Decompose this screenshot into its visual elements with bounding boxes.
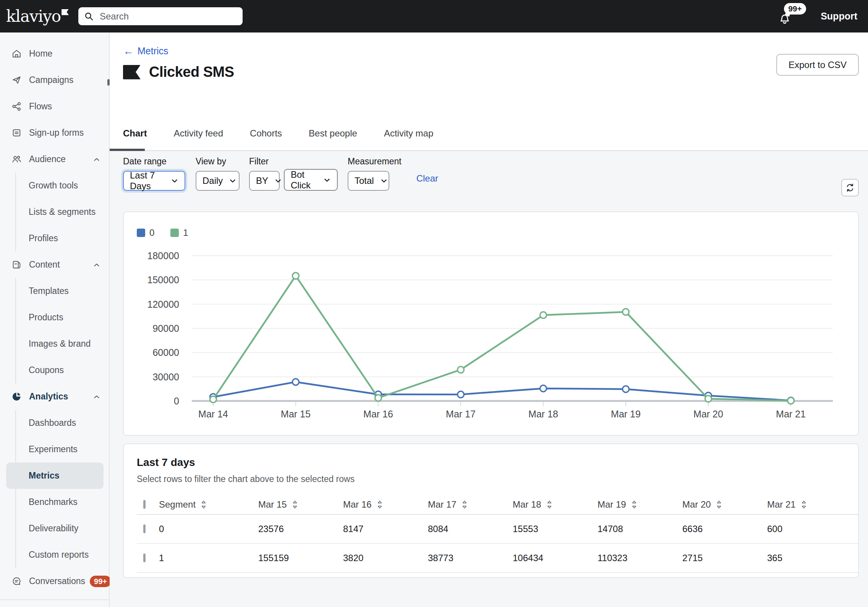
back-to-metrics-link[interactable]: ← Metrics (123, 45, 168, 57)
svg-text:Mar 20: Mar 20 (693, 409, 723, 419)
tab-activity-map[interactable]: Activity map (384, 128, 433, 150)
sidebar-item-conversations[interactable]: Conversations99+ (0, 568, 109, 594)
sidebar-item-growth-tools[interactable]: Growth tools (16, 172, 109, 199)
sidebar-item-flows[interactable]: Flows (0, 93, 109, 120)
column-header-mar-17[interactable]: Mar 17 (421, 499, 506, 510)
filter-operator-select[interactable]: BY (249, 171, 280, 191)
legend-item-1[interactable]: 1 (170, 227, 204, 238)
sidebar-item-metrics[interactable]: Metrics (6, 463, 104, 489)
value-cell: 2715 (675, 553, 760, 563)
view-by-label: View by (196, 156, 240, 167)
column-header-mar-19[interactable]: Mar 19 (591, 499, 675, 510)
column-header-segment[interactable]: Segment (158, 499, 251, 510)
table-card: Last 7 days Select rows to filter the ch… (123, 443, 859, 578)
sidebar-item-coupons[interactable]: Coupons (16, 357, 109, 383)
klaviyo-logo[interactable]: klaviyo (6, 8, 73, 24)
table-row-segment-0[interactable]: 0235768147808415553147086636600 (137, 515, 858, 544)
search-input[interactable] (99, 11, 237, 22)
global-search[interactable] (78, 7, 243, 25)
column-header-mar-20[interactable]: Mar 20 (675, 499, 760, 510)
date-range-select[interactable]: Last 7 Days (123, 171, 185, 191)
home-icon (11, 49, 22, 59)
svg-text:0: 0 (174, 396, 179, 406)
column-header-mar-16[interactable]: Mar 16 (336, 499, 421, 510)
tab-activity-feed[interactable]: Activity feed (174, 128, 223, 150)
filter-operator-value: BY (256, 175, 268, 186)
export-to-csv-button[interactable]: Export to CSV (776, 54, 859, 76)
value-cell: 23576 (251, 524, 336, 534)
sort-icon[interactable] (716, 500, 722, 509)
sidebar-item-lists-and-segments[interactable]: Lists & segments (16, 199, 109, 225)
sidebar-item-label: Analytics (29, 391, 68, 402)
svg-text:30000: 30000 (152, 372, 179, 382)
column-header-mar-21[interactable]: Mar 21 (760, 499, 845, 510)
value-cell: 14708 (591, 524, 675, 534)
refresh-button[interactable] (841, 179, 859, 196)
select-all-checkbox[interactable] (143, 500, 146, 509)
sort-icon[interactable] (377, 500, 383, 509)
sidebar-item-content[interactable]: Content (0, 252, 109, 278)
tab-chart[interactable]: Chart (123, 128, 147, 150)
klaviyo-wordmark: klaviyo (6, 8, 61, 24)
column-header-mar-18[interactable]: Mar 18 (506, 499, 591, 510)
clear-filters-link[interactable]: Clear (416, 173, 438, 198)
sidebar-divider (0, 599, 110, 600)
filter-label: Filter (249, 156, 280, 167)
date-range-label: Date range (123, 156, 185, 167)
page-title: Clicked SMS (149, 64, 234, 80)
topbar-right: 99+ Support (778, 0, 868, 32)
chart-card: 01 0300006000090000120000150000180000Mar… (123, 211, 859, 436)
measurement-select[interactable]: Total (348, 171, 389, 191)
sidebar-item-products[interactable]: Products (16, 304, 109, 331)
sidebar-item-analytics[interactable]: Analytics (0, 383, 109, 410)
sidebar-item-images-and-brand[interactable]: Images & brand (16, 331, 109, 357)
conversations-icon (11, 576, 22, 586)
sidebar-item-campaigns[interactable]: Campaigns (0, 67, 109, 93)
value-cell: 3820 (336, 553, 421, 563)
legend-item-0[interactable]: 0 (137, 227, 170, 238)
svg-text:60000: 60000 (152, 347, 179, 358)
sidebar-item-label: Content (29, 260, 60, 270)
column-header-mar-15[interactable]: Mar 15 (251, 499, 336, 510)
sort-icon[interactable] (201, 500, 207, 509)
sidebar-item-profiles[interactable]: Profiles (16, 225, 109, 252)
value-cell: 365 (760, 553, 845, 563)
sidebar-item-audience[interactable]: Audience (0, 146, 109, 172)
sidebar-item-deliverability[interactable]: Deliverability (16, 515, 109, 542)
tab-best-people[interactable]: Best people (309, 128, 357, 150)
table-row-segment-1[interactable]: 11551593820387731064341103232715365 (137, 544, 858, 573)
svg-text:120000: 120000 (147, 299, 179, 310)
title-row: Clicked SMS (123, 64, 234, 80)
tab-cohorts[interactable]: Cohorts (250, 128, 282, 150)
row-checkbox[interactable] (143, 524, 146, 533)
sidebar-item-benchmarks[interactable]: Benchmarks (16, 489, 109, 515)
chevron-down-icon (228, 176, 237, 185)
legend-swatch (170, 229, 179, 237)
sidebar-item-custom-reports[interactable]: Custom reports (16, 542, 109, 568)
notifications-button[interactable]: 99+ (778, 7, 795, 26)
column-label: Segment (159, 499, 196, 510)
sidebar-item-dashboards[interactable]: Dashboards (16, 410, 109, 436)
row-checkbox[interactable] (143, 553, 146, 562)
notification-count-badge: 99+ (784, 3, 806, 15)
column-label: Mar 18 (513, 499, 541, 510)
sidebar-item-label: Campaigns (29, 75, 73, 85)
back-label: Metrics (138, 45, 168, 57)
bot-click-value: Bot Click (291, 169, 317, 191)
view-by-select[interactable]: Daily (196, 171, 240, 191)
sidebar-item-experiments[interactable]: Experiments (16, 436, 109, 463)
bot-click-select[interactable]: Bot Click (284, 169, 338, 191)
sort-icon[interactable] (546, 500, 552, 509)
value-cell: 15553 (506, 524, 591, 534)
value-cell: 8147 (336, 524, 421, 534)
sort-icon[interactable] (801, 500, 807, 509)
filter-filter: Filter BY (249, 156, 280, 198)
sidebar-item-templates[interactable]: Templates (16, 278, 109, 304)
support-link[interactable]: Support (821, 11, 857, 22)
sidebar-item-home[interactable]: Home (0, 41, 109, 67)
sort-icon[interactable] (292, 500, 298, 509)
sort-icon[interactable] (462, 500, 468, 509)
sidebar-item-label: Conversations (29, 576, 85, 586)
sidebar-item-sign-up-forms[interactable]: Sign-up forms (0, 120, 109, 146)
sort-icon[interactable] (631, 500, 637, 509)
